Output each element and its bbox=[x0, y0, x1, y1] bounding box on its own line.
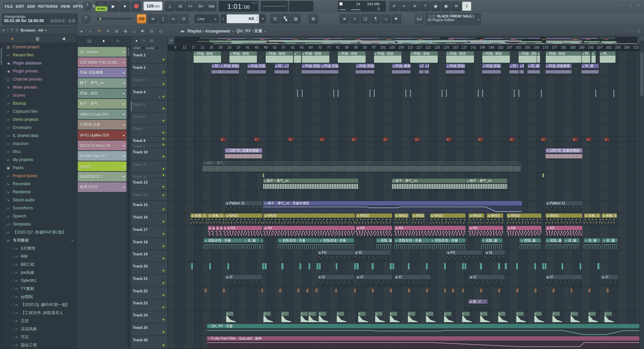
clip-阿福 - 鼓组[interactable]: ▸阿福 - 鼓组 bbox=[338, 51, 365, 63]
track-label[interactable]: Track 25 bbox=[133, 326, 148, 330]
track-lane[interactable] bbox=[168, 124, 644, 136]
clip[interactable]: ▸ bbox=[390, 311, 399, 323]
clip[interactable]: ▸ bbox=[534, 311, 544, 323]
clip-Pattern 11[interactable]: ≣Pattern 11 bbox=[546, 201, 583, 212]
clip[interactable] bbox=[462, 263, 464, 269]
track-label[interactable]: Track 13 bbox=[133, 180, 148, 184]
clip[interactable]: ▸ bbox=[588, 311, 598, 323]
clip[interactable] bbox=[406, 90, 406, 97]
picker-clip-item[interactable]: crash1♦ bbox=[78, 161, 126, 171]
metronome-button[interactable]: △ bbox=[165, 1, 175, 11]
track-header[interactable]: Track 5... bbox=[131, 100, 168, 112]
clip[interactable]: ▸ bbox=[480, 311, 490, 323]
clip-叮[interactable]: ≣叮 bbox=[469, 275, 504, 286]
track-options-dots[interactable]: ... bbox=[133, 345, 137, 348]
track-header[interactable]: Track 17... bbox=[131, 226, 168, 238]
track-label[interactable]: Track 19 bbox=[133, 252, 148, 256]
clip-XL[interactable]: ≣XL bbox=[485, 250, 505, 261]
step-sequencer-button[interactable]: ⊞ bbox=[309, 14, 318, 23]
clip-若..量[interactable]: ∿若..量 bbox=[564, 238, 579, 249]
track-lane[interactable] bbox=[168, 262, 644, 274]
track-header[interactable]: Track 20... bbox=[131, 262, 168, 274]
picker-clip-item[interactable]: DL_Rocker♦ bbox=[78, 47, 126, 57]
track-label[interactable]: Track 14 bbox=[133, 193, 147, 197]
clip-128-TE..音量倍增器[interactable]: ∿128-TE..音量倍增器 bbox=[546, 148, 583, 160]
clip-前奏..S[interactable]: ≣前奏..S bbox=[191, 213, 207, 225]
playlist-scrollbar-thumb[interactable] bbox=[640, 52, 643, 96]
tempo-field[interactable]: 128.000 bbox=[144, 2, 162, 10]
slide-toggle[interactable] bbox=[156, 47, 158, 49]
track-label[interactable]: Track 1 bbox=[133, 53, 146, 57]
track-options-dots[interactable]: ... bbox=[133, 209, 137, 212]
browser-item[interactable]: ▱IL shared data bbox=[3, 132, 76, 140]
clip[interactable]: ▸ bbox=[288, 137, 293, 141]
browser-item[interactable]: ≑Mixer presets bbox=[3, 83, 76, 91]
browser-item[interactable]: ▱Envelopes bbox=[3, 123, 76, 132]
close-button[interactable]: ✕ bbox=[635, 3, 641, 8]
track-header[interactable]: Track 18... bbox=[131, 238, 168, 250]
clip[interactable] bbox=[317, 263, 318, 269]
clip-阿..[interactable]: ▸阿.. bbox=[582, 51, 590, 63]
clip[interactable] bbox=[595, 90, 596, 97]
clip-叮[interactable]: ≣叮 bbox=[601, 275, 618, 286]
clip[interactable]: ▸ bbox=[552, 311, 562, 323]
menu-edit[interactable]: EDIT bbox=[16, 4, 24, 8]
picker-clip-item[interactable]: 棉子 - 勇气_vo♦ bbox=[78, 78, 126, 88]
track-options-dots[interactable]: ... bbox=[133, 133, 137, 136]
track-label[interactable]: Track 18 bbox=[133, 240, 148, 244]
shop-button[interactable] bbox=[415, 14, 424, 23]
track-options-dots[interactable]: ... bbox=[133, 60, 137, 63]
track-header[interactable]: Track 16... bbox=[131, 213, 168, 225]
zoom-tool-icon[interactable]: ⊙ bbox=[149, 29, 154, 34]
track-header[interactable]: Track 25... bbox=[131, 323, 168, 336]
track-label[interactable]: Track 11 bbox=[133, 162, 147, 166]
track-label[interactable]: Track 21 bbox=[133, 277, 148, 281]
track-mute-led[interactable] bbox=[162, 233, 165, 236]
master-volume-knob[interactable] bbox=[83, 2, 92, 10]
clip-阿福 - 鼓组[interactable]: ▸阿福 - 鼓组 bbox=[410, 51, 438, 63]
menu-add[interactable]: ADD bbox=[27, 4, 35, 8]
preview-headphones-icon[interactable]: ∩ bbox=[88, 29, 93, 34]
clip[interactable] bbox=[279, 289, 281, 293]
clip-阿福 - 鼓组[interactable]: ▸阿福 - 鼓组 bbox=[482, 51, 510, 63]
clip[interactable] bbox=[514, 90, 515, 97]
clip[interactable] bbox=[408, 263, 410, 269]
playlist-scrollbar-top-button[interactable] bbox=[640, 36, 644, 41]
track-lane[interactable] bbox=[168, 112, 644, 124]
clip-HX[interactable]: ≣HX bbox=[469, 226, 503, 237]
track-header[interactable]: Track 4...▴ bbox=[131, 88, 168, 100]
track-mute-led[interactable] bbox=[162, 306, 165, 309]
track-mute-led[interactable] bbox=[162, 119, 165, 122]
browser-item[interactable]: ▱Recent files bbox=[3, 51, 76, 59]
track-lane[interactable]: ▸阿..擦▸阿福 原版擦擦▸阿福 原版擦擦▸阿..擦▸阿..▸阿福 原版擦擦▸阿… bbox=[168, 63, 644, 76]
track-options-dots[interactable]: ... bbox=[133, 84, 137, 87]
clip[interactable] bbox=[516, 263, 518, 269]
picker-tab-audio[interactable]: ♦ bbox=[103, 38, 105, 43]
promo-banner[interactable]: 11/02BLACK FRIDAY SALE | All Plugins Edi… bbox=[425, 13, 481, 25]
track-lane[interactable] bbox=[168, 88, 644, 100]
clip[interactable] bbox=[370, 90, 370, 97]
track-label[interactable]: Track 23 bbox=[133, 301, 148, 305]
track-header[interactable]: Track 13... bbox=[131, 178, 168, 190]
auto-scroll-button[interactable]: ➔ bbox=[148, 14, 157, 23]
clip[interactable] bbox=[390, 263, 391, 269]
menu-file[interactable]: FILE bbox=[5, 4, 13, 8]
clip[interactable] bbox=[302, 90, 303, 97]
clip[interactable] bbox=[452, 289, 454, 293]
clip-HX[interactable]: ≣HX bbox=[546, 226, 582, 237]
track-mute-led[interactable] bbox=[162, 131, 165, 134]
clip[interactable] bbox=[542, 263, 544, 269]
clip-FG[interactable]: ≣FG bbox=[318, 250, 354, 261]
minimap-left-button[interactable]: ◂ bbox=[168, 37, 174, 44]
clip[interactable]: ▸ bbox=[586, 137, 591, 141]
record-button[interactable] bbox=[131, 1, 141, 11]
browser-item[interactable]: ∿Recorded bbox=[3, 180, 76, 188]
picker-tab-automation[interactable]: ∿ bbox=[116, 38, 119, 43]
clip[interactable] bbox=[505, 263, 506, 269]
track-options-dots[interactable]: ... bbox=[133, 295, 137, 298]
picker-clip-item[interactable]: VEC4 FX Kicks 18♦ bbox=[78, 141, 126, 150]
playlist-minimize-button[interactable]: – bbox=[629, 29, 635, 34]
cut-button[interactable]: ✂ bbox=[399, 1, 409, 11]
track-mute-led[interactable] bbox=[162, 143, 165, 146]
track-options-dots[interactable]: ... bbox=[133, 187, 137, 190]
